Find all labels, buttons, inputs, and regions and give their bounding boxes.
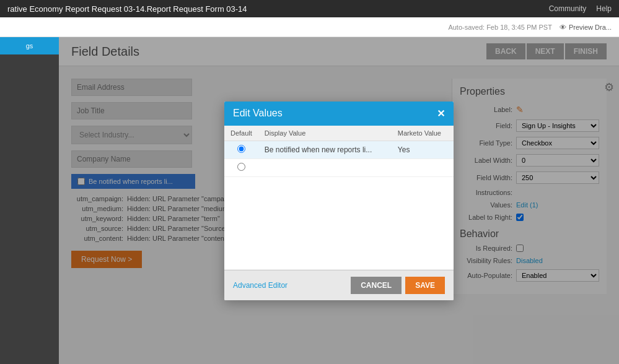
modal-footer: Advanced Editor CANCEL SAVE — [224, 270, 454, 300]
row2-marketo — [392, 158, 454, 176]
table-row: Be notified when new reports li... Yes — [224, 141, 454, 158]
content-area: Field Details BACK NEXT FINISH Select In… — [59, 37, 619, 364]
row2-display — [258, 158, 392, 176]
modal-title: Edit Values — [233, 108, 283, 119]
row1-marketo: Yes — [392, 141, 454, 158]
sidebar-item-gs[interactable]: gs — [0, 37, 59, 54]
modal-footer-buttons: CANCEL SAVE — [351, 277, 445, 294]
modal-header: Edit Values ✕ — [224, 102, 454, 126]
row1-display: Be notified when new reports li... — [258, 141, 392, 158]
row1-radio-cell — [224, 141, 258, 158]
community-link[interactable]: Community — [549, 4, 587, 13]
top-bar: rative Economy Report Request 03-14.Repo… — [0, 0, 619, 17]
row1-radio[interactable] — [237, 145, 245, 153]
modal-values-table: Default Display Value Marketo Value Be n… — [224, 126, 454, 270]
col-marketo: Marketo Value — [392, 126, 454, 141]
preview-button[interactable]: 👁 Preview Dra... — [560, 24, 612, 31]
table-row — [224, 158, 454, 176]
help-link[interactable]: Help — [596, 4, 612, 13]
row2-radio-cell — [224, 158, 258, 176]
advanced-editor-link[interactable]: Advanced Editor — [233, 281, 288, 290]
col-default: Default — [224, 126, 258, 141]
modal-close-button[interactable]: ✕ — [437, 108, 445, 119]
page-title-top: rative Economy Report Request 03-14.Repo… — [7, 4, 549, 14]
modal-body: Default Display Value Marketo Value Be n… — [224, 126, 454, 270]
sidebar: gs — [0, 37, 59, 364]
edit-values-modal: Edit Values ✕ Default Display Value Mark… — [224, 102, 454, 300]
autosaved-text: Auto-saved: Feb 18, 3:45 PM PST — [448, 24, 552, 31]
cancel-button[interactable]: CANCEL — [351, 277, 402, 294]
autosaved-bar: Auto-saved: Feb 18, 3:45 PM PST 👁 Previe… — [0, 17, 619, 37]
eye-icon: 👁 — [560, 24, 566, 31]
top-bar-right: Community Help — [549, 4, 612, 13]
col-display: Display Value — [258, 126, 392, 141]
save-button[interactable]: SAVE — [405, 277, 445, 294]
main-layout: gs Field Details BACK NEXT FINISH — [0, 37, 619, 364]
modal-overlay: Edit Values ✕ Default Display Value Mark… — [59, 37, 619, 364]
modal-empty-space — [224, 176, 454, 269]
row2-radio[interactable] — [237, 163, 245, 171]
